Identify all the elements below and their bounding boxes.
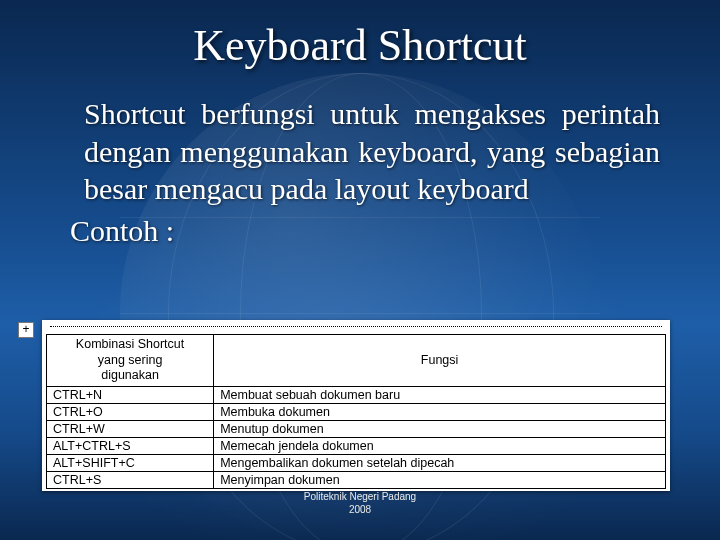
table-row: CTRL+OMembuka dokumen (47, 403, 666, 420)
header-shortcut: Kombinasi Shortcut yang sering digunakan (47, 335, 214, 387)
footer-line-1: Politeknik Negeri Padang (304, 491, 416, 502)
table-row: ALT+CTRL+SMemecah jendela dokumen (47, 437, 666, 454)
slide-title: Keyboard Shortcut (0, 20, 720, 71)
shortcut-table: Kombinasi Shortcut yang sering digunakan… (46, 334, 666, 489)
footer: Politeknik Negeri Padang 2008 (0, 491, 720, 516)
table-row: CTRL+SMenyimpan dokumen (47, 471, 666, 488)
footer-line-2: 2008 (349, 504, 371, 515)
header-function: Fungsi (214, 335, 666, 387)
table-row: ALT+SHIFT+CMengembalikan dokumen setelah… (47, 454, 666, 471)
table-row: CTRL+NMembuat sebuah dokumen baru (47, 386, 666, 403)
body-text: Shortcut berfungsi untuk mengakses perin… (70, 95, 660, 249)
slide: Keyboard Shortcut Shortcut berfungsi unt… (0, 0, 720, 540)
shortcut-table-container: + Kombinasi Shortcut yang sering digunak… (42, 320, 670, 491)
table-row: CTRL+WMenutup dokumen (47, 420, 666, 437)
table-header-row: Kombinasi Shortcut yang sering digunakan… (47, 335, 666, 387)
divider-dots (50, 326, 662, 331)
intro-paragraph: Shortcut berfungsi untuk mengakses perin… (84, 95, 660, 208)
expand-icon[interactable]: + (18, 322, 34, 338)
example-label: Contoh : (70, 212, 660, 250)
